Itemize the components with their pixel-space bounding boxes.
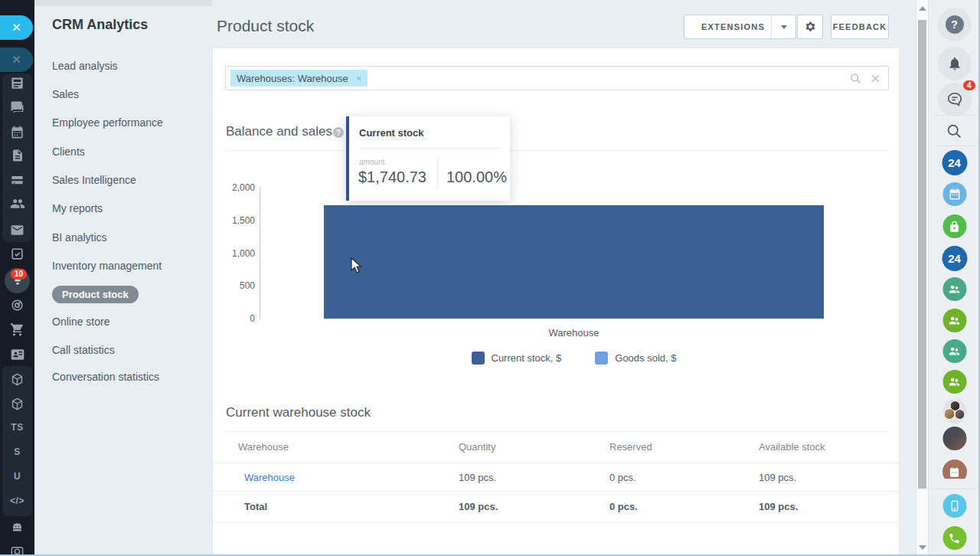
code-icon[interactable]: </> [0, 495, 34, 506]
extensions-button[interactable]: EXTENSIONS [684, 15, 796, 39]
avatar[interactable] [942, 427, 966, 450]
extensions-dropdown-button[interactable] [771, 15, 795, 38]
tasks-icon[interactable] [0, 247, 34, 261]
scroll-up-icon[interactable] [919, 6, 926, 11]
app-s-icon[interactable]: S [0, 446, 34, 457]
phone-icon [949, 532, 961, 545]
sidebar-item-bi-analytics[interactable]: BI analytics [52, 231, 107, 244]
cart-icon[interactable] [0, 322, 34, 337]
sidebar-item-product-stock[interactable]: Product stock [52, 286, 139, 303]
header-row-divider [213, 463, 900, 463]
table-top-divider [225, 431, 889, 432]
chevron-down-icon [781, 25, 787, 29]
messenger-icon[interactable] [0, 100, 34, 115]
clear-filter-icon[interactable] [871, 74, 880, 83]
users-group-teal-icon[interactable] [942, 277, 966, 301]
tooltip-title: Current stock [359, 127, 424, 139]
col-header-warehouse[interactable]: Warehouse [238, 441, 289, 453]
left-app-rail: ✕ ✕ 10 [0, 0, 34, 556]
settings-button[interactable] [797, 15, 823, 39]
help-button[interactable]: ? [938, 8, 972, 41]
package-icon-2[interactable] [0, 397, 34, 411]
right-toolbar: ? 4 24 24 [928, 0, 980, 556]
mobile-app-icon[interactable] [942, 494, 966, 518]
app-ts-icon[interactable]: TS [0, 422, 34, 433]
crm-analytics-sidebar: CRM Analytics Lead analysis Sales Employ… [34, 0, 212, 556]
sidebar-item-conversation-statistics[interactable]: Conversation statistics [52, 371, 159, 383]
contact-card-icon[interactable] [0, 347, 34, 362]
sidebar-item-inventory-management[interactable]: Inventory management [52, 260, 162, 272]
row-divider [213, 491, 900, 492]
drive-icon[interactable] [0, 173, 34, 188]
marketing-target-icon[interactable] [0, 298, 34, 312]
total-quantity-cell: 109 pcs. [459, 501, 498, 512]
help-icon[interactable]: ? [333, 127, 344, 138]
filter-tag-close-icon[interactable]: × [356, 73, 362, 84]
search-button[interactable] [943, 119, 966, 142]
bitrix24-app-icon[interactable]: 24 [942, 150, 967, 175]
scroll-down-icon[interactable] [919, 545, 926, 550]
page-title: Product stock [217, 17, 314, 35]
users-group-green-icon-2[interactable] [942, 370, 966, 394]
legend-item-current-stock[interactable]: Current stock, $ [472, 352, 562, 365]
close-menu-button[interactable]: ✕ [0, 15, 33, 40]
legend-item-goods-sold[interactable]: Goods sold, $ [595, 352, 676, 365]
calendar-app-icon[interactable] [942, 182, 966, 206]
warehouse-link[interactable]: Warehouse [244, 472, 295, 483]
users-group-green-icon[interactable] [942, 309, 966, 332]
mouse-cursor [351, 257, 364, 274]
company-icon-clipped[interactable] [942, 460, 967, 479]
employees-icon[interactable] [0, 196, 34, 211]
avatar-group[interactable] [942, 400, 966, 424]
total-reserved-cell: 0 pcs. [609, 501, 638, 512]
col-header-quantity[interactable]: Quantity [459, 441, 495, 453]
feedback-label: FEEDBACK [833, 22, 887, 31]
sidebar-item-employee-performance[interactable]: Employee performance [52, 116, 163, 129]
sidebar-item-call-statistics[interactable]: Call statistics [52, 344, 115, 356]
users-group-teal-icon-2[interactable] [942, 339, 966, 363]
feedback-button[interactable]: FEEDBACK [831, 15, 889, 39]
app-u-icon[interactable]: U [0, 471, 34, 482]
quantity-cell: 109 pcs. [459, 472, 496, 483]
filter-tag-warehouses[interactable]: Warehouses: Warehouse × [230, 70, 368, 87]
app-window: ✕ ✕ 10 [0, 0, 980, 556]
camera-icon[interactable] [0, 544, 34, 556]
notifications-button[interactable] [938, 47, 972, 80]
rail-divider-3 [935, 489, 975, 489]
filter-search-input[interactable]: Warehouses: Warehouse × [225, 66, 889, 90]
rail-divider-2 [935, 146, 975, 146]
col-header-available-stock[interactable]: Available stock [759, 441, 825, 453]
sidebar-title: CRM Analytics [52, 17, 148, 33]
legend-swatch-dark [472, 352, 485, 365]
search-icon [946, 123, 962, 139]
crm-funnel-icon[interactable]: 10 [0, 273, 34, 287]
mail-icon[interactable] [0, 223, 34, 237]
document-icon[interactable] [0, 149, 34, 162]
sidebar-item-lead-analysis[interactable]: Lead analysis [52, 60, 118, 72]
rail-group-bottom [2, 366, 32, 516]
sidebar-item-clients[interactable]: Clients [52, 146, 85, 158]
sidebar-item-sales-intelligence[interactable]: Sales Intelligence [52, 174, 136, 186]
close-menu-ghost-icon: ✕ [0, 47, 33, 72]
sidebar-item-sales[interactable]: Sales [52, 88, 79, 100]
telephony-button[interactable] [942, 526, 966, 550]
reserved-cell: 0 pcs. [609, 472, 636, 483]
rail-divider-1 [935, 115, 975, 116]
lock-app-icon[interactable] [942, 214, 966, 238]
android-icon[interactable] [0, 521, 34, 535]
chat-button[interactable]: 4 [938, 83, 972, 116]
sidebar-item-my-reports[interactable]: My reports [52, 202, 103, 214]
scrollbar-thumb[interactable] [918, 20, 926, 489]
bitrix24-app-icon-2[interactable]: 24 [942, 246, 967, 271]
chart-bar[interactable] [324, 205, 824, 319]
feed-icon[interactable] [0, 76, 34, 90]
vertical-scrollbar[interactable] [916, 0, 928, 556]
table-section-title: Current warehouse stock [226, 405, 371, 420]
sidebar-item-online-store[interactable]: Online store [52, 316, 109, 328]
search-icon[interactable] [850, 73, 861, 84]
bell-icon [947, 56, 962, 71]
calendar-icon[interactable] [0, 125, 34, 139]
package-icon[interactable] [0, 372, 34, 387]
chat-bubble-icon [946, 91, 963, 108]
col-header-reserved[interactable]: Reserved [609, 441, 652, 453]
